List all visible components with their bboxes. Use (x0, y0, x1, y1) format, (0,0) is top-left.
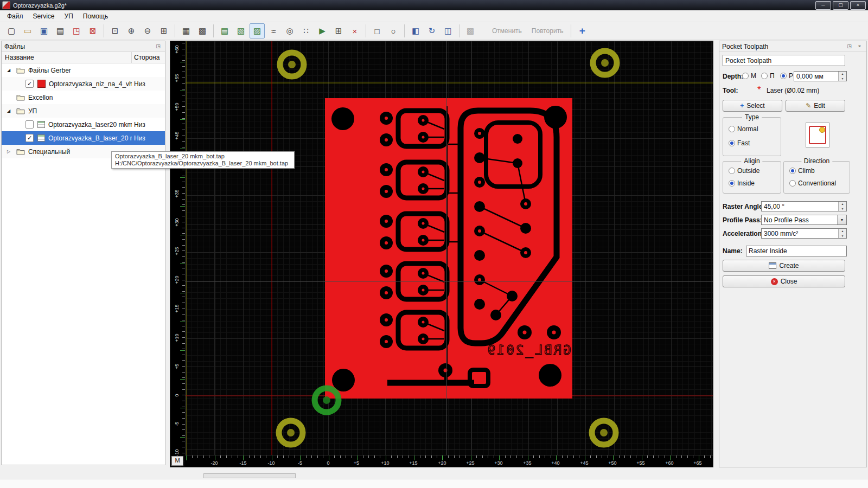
ruler-label: +10 (377, 460, 393, 466)
chevron-down-icon[interactable]: ▼ (837, 215, 846, 224)
radio-label: Outside (737, 167, 760, 175)
tree-row-tap-file-1[interactable]: Optorazvyazka_laser20 mkm_... Низ (2, 118, 165, 131)
gerber-layers-icon[interactable]: ▤ (217, 23, 232, 38)
rotate-tool-icon[interactable]: ↻ (424, 23, 439, 38)
maximize-button[interactable]: ▢ (833, 1, 848, 10)
raster-angle-spinner[interactable]: 45,00 ° ▲▼ (761, 201, 847, 211)
acceleration-spinner[interactable]: 3000 mm/c² ▲▼ (761, 228, 847, 239)
edit-tool-button[interactable]: ✎ Edit (786, 100, 845, 112)
close-file-icon[interactable]: ◳ (69, 23, 84, 38)
menu-file[interactable]: Файл (2, 11, 28, 22)
zoom-window-icon[interactable]: ⊡ (107, 23, 123, 38)
pads-tool-icon[interactable]: ∷ (298, 23, 314, 38)
depth-value: 0,000 мм (794, 73, 838, 80)
ruler-label: +45 (174, 129, 180, 142)
depth-radio-r[interactable]: Р (780, 72, 793, 80)
profile-pass-value: No Profile Pass (762, 216, 837, 224)
profile-pass-label: Profile Pass: (723, 216, 762, 224)
menu-help[interactable]: Помощь (78, 11, 113, 22)
drill-tool-icon[interactable]: ◎ (282, 23, 297, 38)
spinner-buttons[interactable]: ▲▼ (838, 229, 846, 238)
workspace-canvas[interactable]: GRBL_2019 +60 +55 +50 +45 +40 +35 +30 +2… (170, 41, 713, 467)
zoom-extents-icon[interactable]: ⊞ (156, 23, 171, 38)
minimize-button[interactable]: ─ (815, 1, 831, 10)
menu-up[interactable]: УП (60, 11, 78, 22)
menu-service[interactable]: Service (28, 11, 60, 22)
close-button[interactable]: × (850, 1, 866, 10)
collapsed-dock-stub[interactable] (203, 473, 296, 478)
ruler-label: 0 (174, 389, 180, 402)
type-radio-normal[interactable]: Normal (729, 125, 758, 133)
expander-icon[interactable] (7, 108, 12, 114)
board-top-view-icon[interactable]: ▧ (233, 23, 248, 38)
select-tool-button[interactable]: + Select (723, 100, 782, 112)
file-tooltip: Optorazvyazka_B_laser_20 mkm_bot.tap H:/… (111, 151, 295, 169)
create-button[interactable]: Create (723, 260, 845, 272)
files-columns-header: Название Сторона (2, 52, 165, 63)
draw-rect-icon[interactable]: □ (369, 23, 385, 38)
tree-row-side: Низ (132, 134, 165, 142)
spinner-buttons[interactable]: ▲▼ (838, 72, 846, 81)
panelize-icon[interactable]: ▦ (178, 23, 194, 38)
mirror-tool-icon[interactable]: ◧ (408, 23, 423, 38)
file-checkbox[interactable] (25, 120, 34, 129)
depth-value-spinner[interactable]: 0,000 мм ▲▼ (794, 71, 847, 81)
redo-button[interactable]: Повторить (527, 27, 569, 35)
direction-radio-conventional[interactable]: Conventional (789, 179, 836, 187)
profile-pass-dropdown[interactable]: No Profile Pass ▼ (761, 215, 847, 225)
array-copy-icon[interactable]: ▩ (195, 23, 210, 38)
tree-row-label: Excellon (28, 94, 132, 101)
file-checkbox[interactable]: ✓ (25, 80, 34, 88)
depth-radio-m[interactable]: М (742, 72, 756, 80)
tree-row-up-folder[interactable]: УП (2, 104, 165, 118)
run-simulation-icon[interactable]: ▶ (315, 23, 330, 38)
settings-icon[interactable]: ▩ (463, 23, 478, 38)
save-all-icon[interactable]: ▤ (53, 23, 68, 38)
direction-radio-climb[interactable]: Climb (789, 167, 815, 175)
tree-row-label: Файлы Gerber (28, 67, 132, 74)
float-panel-icon[interactable]: ◳ (845, 43, 853, 50)
close-red-icon: × (771, 278, 778, 285)
zoom-in-icon[interactable]: ⊕ (124, 23, 139, 38)
create-button-label: Create (779, 262, 799, 269)
board-bottom-view-icon[interactable]: ▨ (250, 23, 265, 38)
laser-tool-icon: * (757, 85, 761, 95)
undo-button[interactable]: Отменить (487, 27, 527, 35)
close-panel-icon[interactable]: × (856, 43, 864, 50)
crosshair-tool-icon[interactable]: + (575, 23, 590, 38)
radio-icon (789, 168, 796, 174)
ruler-units-badge[interactable]: M (171, 456, 183, 466)
spinner-buttons[interactable]: ▲▼ (838, 202, 846, 211)
tool-table-icon[interactable]: ⊞ (331, 23, 346, 38)
new-file-icon[interactable]: ▢ (4, 23, 19, 38)
main-toolbar: ▢ ▭ ▣ ▤ ◳ ⊠ ⊡ ⊕ ⊖ ⊞ ▦ ▩ ▤ ▧ ▨ ≈ ◎ ∷ ▶ ⊞ … (0, 22, 868, 40)
column-name[interactable]: Название (2, 52, 132, 63)
align-radio-inside[interactable]: Inside (729, 179, 755, 187)
remove-toolpath-icon[interactable]: × (347, 23, 362, 38)
float-panel-icon[interactable]: ◳ (154, 43, 162, 50)
type-radio-fast[interactable]: Fast (729, 139, 750, 147)
tree-row-gerber-file[interactable]: ✓ Optorazvyazka_niz_na_4_vho... Низ (2, 77, 165, 91)
zoom-out-icon[interactable]: ⊖ (140, 23, 155, 38)
polyline-tool-icon[interactable]: ≈ (266, 23, 281, 38)
tree-row-gerber-folder[interactable]: Файлы Gerber (2, 63, 165, 77)
expander-icon[interactable] (7, 149, 12, 155)
tree-row-excellon-folder[interactable]: Excellon (2, 91, 165, 104)
radio-icon (729, 180, 735, 187)
close-button[interactable]: × Close (723, 275, 845, 287)
align-radio-outside[interactable]: Outside (729, 167, 760, 175)
toolpath-name-input[interactable] (746, 246, 847, 256)
open-file-icon[interactable]: ▭ (20, 23, 35, 38)
save-icon[interactable]: ▣ (36, 23, 52, 38)
toolpath-title-input[interactable] (723, 55, 845, 66)
duplicate-tool-icon[interactable]: ◫ (441, 23, 456, 38)
depth-radio-p[interactable]: П (761, 72, 775, 80)
radio-label: Climb (798, 167, 815, 175)
expander-icon[interactable] (7, 68, 12, 73)
delete-file-icon[interactable]: ⊠ (85, 23, 100, 38)
tree-row-tap-file-2-selected[interactable]: ✓ Optorazvyazka_B_laser_20 m... Низ (2, 131, 165, 145)
depth-label: Depth: (723, 73, 743, 80)
column-side[interactable]: Сторона (132, 54, 165, 61)
draw-circle-icon[interactable]: ○ (386, 23, 401, 38)
file-checkbox[interactable]: ✓ (25, 134, 34, 142)
